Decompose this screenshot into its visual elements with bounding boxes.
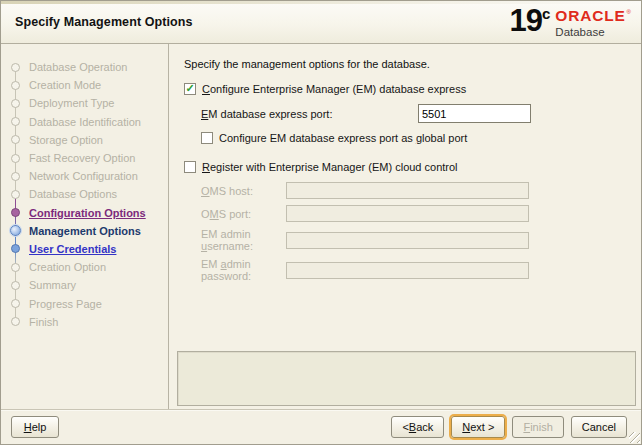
resize-grip[interactable]	[629, 432, 640, 443]
oracle-19c-logo: 19 c ORACLE ® Database	[510, 6, 632, 37]
sidebar-item-network-configuration: Network Configuration	[1, 167, 168, 185]
cloud-control-checkbox-label[interactable]: Register with Enterprise Manager (EM) cl…	[202, 161, 458, 173]
footer-button-bar: Help < Back Next > Finish Cancel	[1, 409, 641, 444]
step-label: Database Identification	[29, 116, 141, 128]
oms-port-row: OMS port:	[201, 205, 641, 222]
step-dot-icon	[11, 172, 20, 181]
global-port-checkbox-label[interactable]: Configure EM database express port as gl…	[219, 132, 467, 144]
step-label: Database Operation	[29, 61, 127, 73]
wizard-nav-buttons: < Back Next > Finish Cancel	[391, 416, 627, 438]
em-admin-username-input	[286, 232, 529, 249]
step-label: Creation Mode	[29, 79, 101, 91]
registered-trademark-icon: ®	[627, 8, 631, 16]
step-label[interactable]: Configuration Options	[29, 207, 146, 219]
em-port-label: EM database express port:	[201, 108, 418, 120]
step-dot-icon	[11, 244, 20, 253]
oms-port-label: OMS port:	[201, 208, 286, 220]
label-text: egister with Enterprise Manager (EM) clo…	[210, 161, 458, 173]
global-port-checkbox[interactable]	[201, 132, 213, 144]
logo-product: Database	[555, 26, 631, 38]
sidebar-item-storage-option: Storage Option	[1, 131, 168, 149]
step-dot-icon	[11, 281, 20, 290]
label-text: elp	[32, 421, 47, 433]
cloud-control-checkbox[interactable]	[184, 161, 196, 173]
em-port-row: EM database express port:	[201, 104, 641, 123]
step-dot-icon	[11, 263, 20, 272]
sidebar-item-deployment-type: Deployment Type	[1, 94, 168, 112]
dbca-wizard-window: Specify Management Options 19 c ORACLE ®…	[0, 0, 642, 445]
step-label: Finish	[29, 316, 58, 328]
step-label: Database Options	[29, 188, 117, 200]
sidebar-item-creation-mode: Creation Mode	[1, 76, 168, 94]
step-label: Creation Option	[29, 261, 106, 273]
sidebar-item-management-options: Management Options	[1, 222, 168, 240]
step-dot-icon	[11, 117, 20, 126]
em-admin-username-label: EM admin username:	[201, 228, 286, 252]
back-button[interactable]: < Back	[391, 416, 444, 438]
label-text: sername:	[207, 240, 253, 252]
sidebar-item-fast-recovery-option: Fast Recovery Option	[1, 149, 168, 167]
step-dot-current-icon	[10, 225, 21, 236]
em-admin-password-row: EM admin password:	[201, 258, 641, 282]
step-label: Management Options	[29, 225, 141, 237]
sidebar-item-user-credentials[interactable]: User Credentials	[1, 240, 168, 258]
label-text: B	[409, 421, 416, 433]
header: Specify Management Options 19 c ORACLE ®…	[1, 1, 641, 44]
step-label: Summary	[29, 279, 76, 291]
label-text: O	[201, 208, 210, 220]
em-express-checkbox-label[interactable]: Configure Enterprise Manager (EM) databa…	[202, 83, 466, 95]
label-text: M	[210, 208, 219, 220]
label-text: H	[24, 421, 32, 433]
sidebar-item-database-options: Database Options	[1, 185, 168, 203]
label-text: O	[201, 185, 210, 197]
logo-edition: c	[542, 6, 550, 22]
em-express-checkbox-row: ✓ Configure Enterprise Manager (EM) data…	[184, 83, 641, 95]
page-title: Specify Management Options	[15, 15, 193, 29]
label-text: lobal port	[422, 132, 467, 144]
oracle-wordmark: ORACLE	[555, 8, 625, 24]
em-admin-password-label: EM admin password:	[201, 258, 286, 282]
step-dot-icon	[11, 317, 20, 326]
label-text: ack	[416, 421, 433, 433]
label-text: onfigure Enterprise Manager (EM) databas…	[210, 83, 466, 95]
cloud-control-checkbox-row: Register with Enterprise Manager (EM) cl…	[184, 161, 641, 173]
step-list: Database Operation Creation Mode Deploym…	[1, 58, 168, 331]
label-text: C	[202, 83, 210, 95]
management-options-form: Specify the management options for the d…	[169, 44, 641, 409]
label-text: Configure EM database express port as	[219, 132, 416, 144]
logo-text-block: ORACLE ® Database	[555, 6, 631, 37]
next-button[interactable]: Next >	[451, 416, 505, 438]
step-label: Storage Option	[29, 134, 103, 146]
label-text: M database express port:	[208, 108, 332, 120]
step-dot-icon	[11, 63, 20, 72]
help-button[interactable]: Help	[11, 416, 59, 438]
oms-host-label: OMS host:	[201, 185, 286, 197]
step-dot-icon	[11, 99, 20, 108]
sidebar-item-configuration-options[interactable]: Configuration Options	[1, 204, 168, 222]
label-text: MS host:	[210, 185, 253, 197]
em-express-checkbox[interactable]: ✓	[184, 83, 196, 95]
step-label: Fast Recovery Option	[29, 152, 135, 164]
sidebar-item-creation-option: Creation Option	[1, 258, 168, 276]
label-text: EM admin	[201, 228, 251, 240]
step-dot-icon	[11, 299, 20, 308]
oms-host-row: OMS host:	[201, 182, 641, 199]
step-dot-icon	[11, 135, 20, 144]
oms-port-input	[286, 205, 529, 222]
message-panel	[177, 351, 636, 406]
label-text: EM	[201, 258, 221, 270]
label-text: F	[523, 421, 530, 433]
oms-host-input	[286, 182, 529, 199]
finish-button: Finish	[512, 416, 563, 438]
step-label: Progress Page	[29, 298, 102, 310]
form-description: Specify the management options for the d…	[184, 58, 641, 70]
step-label[interactable]: User Credentials	[29, 243, 116, 255]
label-text: R	[202, 161, 210, 173]
label-text: inish	[530, 421, 553, 433]
em-port-input[interactable]	[418, 104, 531, 123]
cancel-button[interactable]: Cancel	[571, 416, 627, 438]
step-dot-icon	[11, 208, 20, 217]
step-dot-icon	[11, 81, 20, 90]
wizard-step-sidebar: Database Operation Creation Mode Deploym…	[1, 44, 169, 409]
step-label: Deployment Type	[29, 97, 114, 109]
